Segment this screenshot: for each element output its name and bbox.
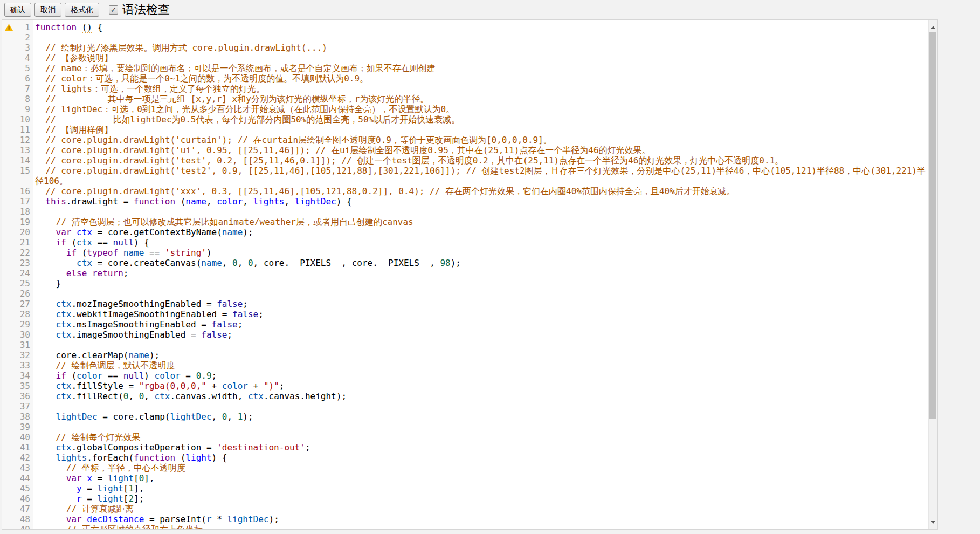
code-line[interactable]: 37 [2,401,928,412]
format-button[interactable]: 格式化 [65,3,99,17]
code-line[interactable]: 47 // 计算衰减距离 [2,504,928,514]
code-line[interactable]: 13 // core.plugin.drawLight('ui', 0.95, … [2,145,928,155]
gutter-cell: 2 [2,32,33,43]
code-line[interactable]: 17 this.drawLight = function (name, colo… [2,196,928,207]
cancel-button[interactable]: 取消 [34,3,61,17]
code-line[interactable]: 42 lights.forEach(function (light) { [2,453,928,463]
code-line[interactable]: 38 lightDec = core.clamp(lightDec, 0, 1)… [2,412,928,422]
syntax-check-checkbox[interactable]: ✓ [109,5,118,15]
code-line[interactable]: 5 // name：必填，要绘制到的画布名；可以是一个系统画布，或者是个自定义画… [2,63,928,73]
code-line[interactable]: 30 ctx.imageSmoothingEnabled = false; [2,330,928,340]
code-line[interactable]: 41 ctx.globalCompositeOperation = 'desti… [2,442,928,453]
lint-marker-empty [2,43,17,53]
code-line-text: // name：必填，要绘制到的画布名；可以是一个系统画布，或者是个自定义画布；… [33,63,928,73]
code-line[interactable]: 23 ctx = core.createCanvas(name, 0, 0, c… [2,258,928,268]
code-line-text: ctx.msImageSmoothingEnabled = false; [33,319,928,330]
lint-marker-empty [2,412,17,422]
lint-marker-empty [2,135,17,145]
code-line[interactable]: 28 ctx.webkitImageSmoothingEnabled = fal… [2,309,928,319]
lint-marker-empty [2,330,17,340]
code-line[interactable]: 34 if (color == null) color = 0.9; [2,371,928,381]
toolbar: 确认 取消 格式化 ✓ 语法检查 [0,0,980,19]
code-line[interactable]: 44 var x = light[0], [2,473,928,483]
code-line[interactable]: 16 // core.plugin.drawLight('xxx', 0.3, … [2,186,928,196]
scrollbar-thumb[interactable] [929,32,936,419]
code-line[interactable]: 29 ctx.msImageSmoothingEnabled = false; [2,319,928,330]
lint-marker-empty [2,94,17,104]
line-number: 41 [17,442,33,453]
line-number: 17 [17,196,33,207]
gutter-cell: 25 [2,278,33,289]
gutter-cell: 9 [2,104,33,114]
line-number: 4 [17,53,33,63]
code-line[interactable]: 21 if (ctx == null) { [2,237,928,248]
code-line[interactable]: 6 // color：可选，只能是一个0~1之间的数，为不透明度的值。不填则默认… [2,73,928,84]
gutter-cell: 22 [2,248,33,258]
code-line[interactable]: 22 if (typeof name == 'string') [2,248,928,258]
code-line[interactable]: 31 [2,340,928,350]
code-line[interactable]: 10 // 比如lightDec为0.5代表，每个灯光部分内圈50%的范围全亮，… [2,114,928,125]
line-number: 16 [17,186,33,196]
code-line[interactable]: 35 ctx.fillStyle = "rgba(0,0,0," + color… [2,381,928,391]
code-line[interactable]: 18 [2,207,928,217]
gutter-cell: 4 [2,53,33,63]
gutter-cell: 27 [2,299,33,309]
code-line[interactable]: 8 // 其中每一项是三元组 [x,y,r] x和y分别为该灯光的横纵坐标，r为… [2,94,928,104]
code-line-text: else return; [33,268,928,278]
code-line[interactable]: 11 // 【调用样例】 [2,125,928,135]
lint-marker-empty [2,299,17,309]
code-line[interactable]: 20 var ctx = core.getContextByName(name)… [2,227,928,237]
code-line-text: // 计算衰减距离 [33,504,928,514]
lint-marker-empty [2,227,17,237]
code-line[interactable]: 14 // core.plugin.drawLight('test', 0.2,… [2,155,928,166]
line-number: 32 [17,350,33,360]
code-line[interactable]: 4 // 【参数说明】 [2,53,928,63]
line-number: 49 [17,524,33,530]
line-number: 25 [17,278,33,289]
code-line[interactable]: 43 // 坐标，半径，中心不透明度 [2,463,928,473]
lint-marker-empty [2,504,17,514]
code-line[interactable]: 36 ctx.fillRect(0, 0, ctx.canvas.width, … [2,391,928,401]
code-editor[interactable]: 1function () {23 // 绘制灯光/漆黑层效果。调用方式 core… [2,19,938,530]
code-line-text: if (ctx == null) { [33,237,928,248]
code-line[interactable]: 40 // 绘制每个灯光效果 [2,432,928,442]
code-line[interactable]: 25 } [2,278,928,289]
code-line[interactable]: 46 r = light[2]; [2,494,928,504]
code-line[interactable]: 45 y = light[1], [2,483,928,494]
code-line-text: ctx.imageSmoothingEnabled = false; [33,330,928,340]
gutter-cell: 19 [2,217,33,227]
code-line[interactable]: 24 else return; [2,268,928,278]
code-line[interactable]: 1function () { [2,22,928,32]
code-line[interactable]: 49 // 正方形区域的直径和左上角坐标 [2,524,928,530]
code-line[interactable]: 26 [2,289,928,299]
code-line[interactable]: 39 [2,422,928,432]
code-line[interactable]: 48 var decDistance = parseInt(r * lightD… [2,514,928,524]
code-line[interactable]: 7 // lights：可选，一个数组，定义了每个独立的灯光。 [2,84,928,94]
code-line[interactable]: 3 // 绘制灯光/漆黑层效果。调用方式 core.plugin.drawLig… [2,43,928,53]
gutter-cell: 1 [2,22,33,32]
line-number: 35 [17,381,33,391]
code-line[interactable]: 2 [2,32,928,43]
line-number: 3 [17,43,33,53]
code-line[interactable]: 32 core.clearMap(name); [2,350,928,360]
code-line[interactable]: 27 ctx.mozImageSmoothingEnabled = false; [2,299,928,309]
code-line[interactable]: 15 // core.plugin.drawLight('test2', 0.9… [2,166,928,186]
confirm-button[interactable]: 确认 [4,3,31,17]
gutter-cell: 40 [2,432,33,442]
syntax-check-label: 语法检查 [122,2,170,18]
vertical-scrollbar[interactable] [928,20,937,529]
code-line-text: // 【调用样例】 [33,125,928,135]
code-line[interactable]: 12 // core.plugin.drawLight('curtain'); … [2,135,928,145]
lint-marker-empty [2,248,17,258]
scroll-up-arrow-icon[interactable] [929,23,937,32]
code-line-text: this.drawLight = function (name, color, … [33,196,928,207]
gutter-cell: 15 [2,166,33,176]
code-line-text: ctx.globalCompositeOperation = 'destinat… [33,442,928,453]
scroll-down-arrow-icon[interactable] [929,517,937,526]
code-line[interactable]: 19 // 清空色调层；也可以修改成其它层比如animate/weather层，… [2,217,928,227]
lint-marker-empty [2,104,17,114]
code-line[interactable]: 33 // 绘制色调层，默认不透明度 [2,360,928,371]
code-line[interactable]: 9 // lightDec：可选，0到1之间，光从多少百分比才开始衰减（在此范围… [2,104,928,114]
lint-marker-empty [2,155,17,166]
code-line-text: // 【参数说明】 [33,53,928,63]
